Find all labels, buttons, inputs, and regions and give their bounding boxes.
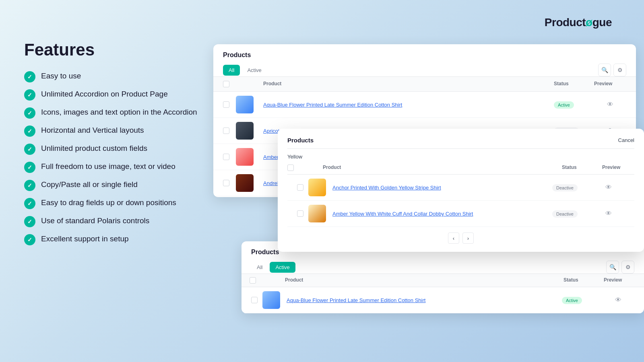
row-checkbox-col xyxy=(251,297,262,303)
row-checkbox-col xyxy=(223,101,236,108)
product-link[interactable]: Anchor Printed With Golden Yellow Stripe… xyxy=(332,185,441,191)
row-product-name: Aqua-Blue Flower Printed Late Summer Edi… xyxy=(260,101,554,108)
bottom-header-checkbox[interactable] xyxy=(250,277,256,284)
screenshots-area: Products All Active 🔍 ⚙ Product Status P… xyxy=(205,44,636,350)
check-icon-unlimited-accordion xyxy=(24,89,35,101)
bottom-search-icon-btn[interactable]: 🔍 xyxy=(606,261,619,274)
feature-item-unlimited-accordion: Unlimited Accordion on Product Page xyxy=(24,89,233,101)
row-checkbox-col xyxy=(223,154,236,160)
preview-eye-icon[interactable]: 👁 xyxy=(607,101,613,108)
product-thumbnail xyxy=(236,96,254,113)
pagination-next-button[interactable]: › xyxy=(462,232,474,244)
header-checkbox[interactable] xyxy=(223,81,229,87)
row-status-col: Active xyxy=(562,296,602,304)
feature-item-drag-fields: Easy to drag fields up or down positions xyxy=(24,197,233,209)
product-link[interactable]: Aqua-Blue Flower Printed Late Summer Edi… xyxy=(263,102,402,108)
modal-cancel-button[interactable]: Cancel xyxy=(618,137,634,143)
row-product-name: Anchor Printed With Golden Yellow Stripe… xyxy=(329,184,552,191)
header-product-col: Product xyxy=(260,81,554,87)
table-row: Amber Yellow With White Cuff And Collar … xyxy=(287,201,634,227)
preview-eye-icon[interactable]: 👁 xyxy=(615,296,621,304)
row-img-col xyxy=(236,122,260,140)
product-link[interactable]: Amber Yellow With White Cuff And Collar … xyxy=(332,211,473,217)
product-thumbnail xyxy=(262,291,280,309)
modal-header-check xyxy=(287,165,299,171)
tab-active[interactable]: Active xyxy=(242,65,267,76)
feature-text-custom-fields: Unlimited product custom fields xyxy=(41,143,147,154)
row-img-col xyxy=(236,96,260,113)
main-panel-header: Products All Active 🔍 ⚙ xyxy=(213,44,636,77)
logo-text-part2: gue xyxy=(592,16,612,29)
bottom-header-status-col: Status xyxy=(564,277,604,284)
row-checkbox-col xyxy=(223,180,236,186)
table-row: Anchor Printed With Golden Yellow Stripe… xyxy=(287,175,634,201)
row-checkbox-col xyxy=(223,128,236,134)
row-checkbox-col xyxy=(297,184,308,191)
feature-item-custom-fields: Unlimited product custom fields xyxy=(24,143,233,155)
check-icon-copy-paste xyxy=(24,180,35,191)
check-icon-freedom xyxy=(24,162,35,173)
feature-item-copy-paste: Copy/Paste all or single field xyxy=(24,179,233,191)
bottom-header-img-col xyxy=(261,277,282,284)
pagination-prev-button[interactable]: ‹ xyxy=(448,232,459,244)
feature-item-freedom: Full freedom to use image, text or video xyxy=(24,161,233,173)
status-badge: Deactive xyxy=(552,210,578,218)
row-checkbox-0[interactable] xyxy=(297,184,303,191)
feature-text-polaris: Use of standard Polaris controls xyxy=(41,216,149,226)
row-preview-col: 👁 xyxy=(592,210,625,217)
bottom-filter-icon-btn[interactable]: ⚙ xyxy=(621,261,634,274)
bottom-tab-row: All Active 🔍 ⚙ xyxy=(251,261,634,274)
bottom-products-panel: Products All Active 🔍 ⚙ Product Status P… xyxy=(242,241,644,313)
row-checkbox-0[interactable] xyxy=(251,297,258,303)
main-tab-row: All Active 🔍 ⚙ xyxy=(223,64,626,76)
logo: Productøgue xyxy=(545,16,612,29)
row-preview-col: 👁 xyxy=(602,296,634,304)
main-table-header: Product Status Preview xyxy=(213,77,636,92)
feature-text-icons-images-text: Icons, images and text option in the Acc… xyxy=(41,107,197,118)
product-link[interactable]: Aqua-Blue Flower Printed Late Summer Edi… xyxy=(287,297,425,303)
logo-text-part1: Product xyxy=(545,16,586,29)
header-img-col xyxy=(236,81,260,87)
feature-text-unlimited-accordion: Unlimited Accordion on Product Page xyxy=(41,89,168,100)
preview-eye-icon[interactable]: 👁 xyxy=(605,184,612,191)
feature-item-polaris: Use of standard Polaris controls xyxy=(24,216,233,227)
bottom-tab-all[interactable]: All xyxy=(251,262,268,273)
check-icon-polaris xyxy=(24,216,35,227)
row-preview-col: 👁 xyxy=(592,184,625,191)
feature-text-easy-to-use: Easy to use xyxy=(41,71,81,82)
check-icon-icons-images-text xyxy=(24,107,35,119)
modal-filter-label: Yellow xyxy=(287,154,634,160)
status-badge: Active xyxy=(562,297,582,304)
features-list: Easy to use Unlimited Accordion on Produ… xyxy=(24,71,233,245)
row-checkbox-2[interactable] xyxy=(223,154,229,160)
check-icon-easy-to-use xyxy=(24,71,35,82)
modal-header-checkbox[interactable] xyxy=(287,165,294,171)
row-status-col: Active xyxy=(554,101,594,109)
table-row: Aqua-Blue Flower Printed Late Summer Edi… xyxy=(242,287,644,313)
row-img-col xyxy=(236,148,260,166)
check-icon-drag-fields xyxy=(24,198,35,209)
filter-icon-btn[interactable]: ⚙ xyxy=(613,64,626,76)
row-status-col: Deactive xyxy=(552,210,592,218)
modal-overlay: Products Cancel Yellow Product Status Pr… xyxy=(278,129,644,252)
row-checkbox-3[interactable] xyxy=(223,180,229,186)
product-thumbnail xyxy=(236,122,254,140)
row-img-col xyxy=(308,179,329,196)
product-thumbnail xyxy=(236,148,254,166)
check-icon-support xyxy=(24,234,35,245)
row-checkbox-1[interactable] xyxy=(297,210,303,217)
bottom-header-product-col: Product xyxy=(282,277,564,284)
search-icon-btn[interactable]: 🔍 xyxy=(598,64,611,76)
bottom-tab-active[interactable]: Active xyxy=(270,262,295,273)
modal-header-preview: Preview xyxy=(602,165,634,171)
row-checkbox-1[interactable] xyxy=(223,128,229,134)
preview-eye-icon[interactable]: 👁 xyxy=(605,210,612,217)
row-checkbox-0[interactable] xyxy=(223,101,229,108)
feature-text-freedom: Full freedom to use image, text or video xyxy=(41,161,175,172)
feature-text-drag-fields: Easy to drag fields up or down positions xyxy=(41,197,176,208)
tab-all[interactable]: All xyxy=(223,65,240,76)
feature-item-support: Excellent support in setup xyxy=(24,234,233,245)
feature-item-layouts: Horizontal and Vertical layouts xyxy=(24,125,233,137)
status-badge: Active xyxy=(554,101,574,109)
feature-item-icons-images-text: Icons, images and text option in the Acc… xyxy=(24,107,233,119)
